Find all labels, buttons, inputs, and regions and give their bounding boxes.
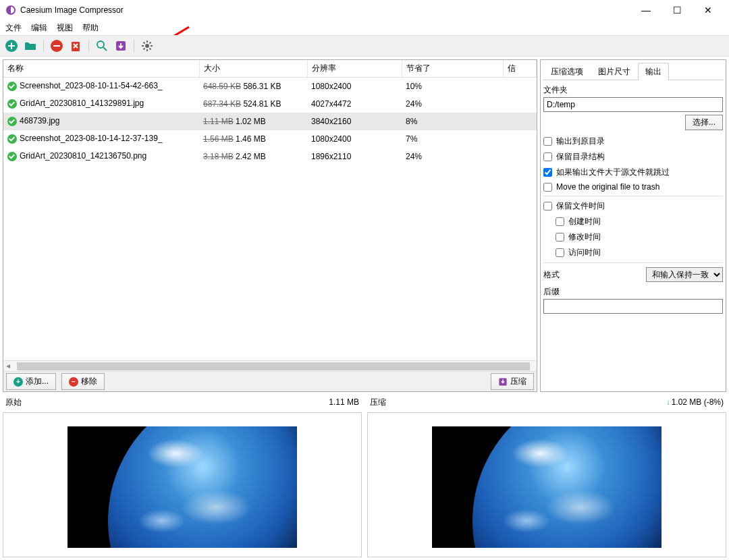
- menu-edit[interactable]: 编辑: [31, 22, 47, 34]
- checkbox-ctime[interactable]: 创建时间: [556, 216, 723, 227]
- add-button[interactable]: +添加...: [6, 373, 56, 390]
- folder-input[interactable]: [543, 97, 723, 112]
- format-label: 格式: [543, 269, 560, 281]
- menu-file[interactable]: 文件: [5, 22, 22, 34]
- toolbar-separator: [43, 40, 44, 52]
- table-row[interactable]: Screenshot_2023-08-10-11-54-42-663_648.5…: [3, 78, 537, 95]
- table-row[interactable]: GridArt_20230810_141329891.jpg687.34 KB …: [3, 95, 537, 113]
- app-icon: [5, 5, 16, 16]
- format-select[interactable]: 和输入保持一致: [646, 267, 723, 282]
- checkbox-skip-larger[interactable]: 如果输出文件大于源文件就跳过: [543, 167, 723, 178]
- checkbox-keep-structure[interactable]: 保留目录结构: [543, 151, 723, 163]
- toolbar: [0, 35, 729, 57]
- file-table[interactable]: 名称 大小 分辨率 节省了 信 Screenshot_2023-08-10-11…: [3, 60, 537, 165]
- checkbox-output-to-orig[interactable]: 输出到原目录: [543, 136, 723, 147]
- scrollbar-thumb[interactable]: [17, 362, 530, 370]
- preview-compressed-label: 压缩: [370, 397, 386, 408]
- remove-button[interactable]: −移除: [61, 373, 105, 390]
- search-icon[interactable]: [94, 38, 109, 53]
- minimize-button[interactable]: —: [630, 0, 662, 20]
- menu-view[interactable]: 视图: [57, 22, 73, 34]
- menu-bar: 文件 编辑 视图 帮助: [0, 20, 729, 35]
- col-size[interactable]: 大小: [199, 60, 307, 78]
- col-saved[interactable]: 节省了: [402, 60, 503, 78]
- check-icon: [7, 152, 17, 161]
- col-info[interactable]: 信: [503, 60, 537, 78]
- folder-label: 文件夹: [543, 84, 723, 96]
- compress-button[interactable]: 压缩: [491, 373, 534, 390]
- remove-icon[interactable]: [49, 38, 64, 53]
- add-file-icon[interactable]: [4, 38, 19, 53]
- tab-image-size[interactable]: 图片尺寸: [591, 63, 638, 80]
- svg-point-8: [145, 44, 149, 48]
- list-bottom-toolbar: +添加... −移除 压缩: [3, 371, 537, 391]
- tab-output[interactable]: 输出: [638, 63, 669, 80]
- toolbar-separator: [134, 40, 134, 52]
- check-icon: [7, 82, 17, 91]
- decrease-arrow-icon: ↓: [666, 397, 670, 407]
- compress-icon[interactable]: [113, 38, 128, 53]
- open-folder-icon[interactable]: [23, 38, 38, 53]
- preview-compressed-size: 1.02 MB (-8%): [672, 397, 724, 407]
- svg-point-6: [97, 41, 104, 48]
- menu-help[interactable]: 帮助: [82, 22, 99, 34]
- tab-compress-options[interactable]: 压缩选项: [543, 63, 591, 80]
- side-tabs: 压缩选项 图片尺寸 输出: [543, 63, 723, 80]
- table-row[interactable]: Screenshot_2023-08-10-14-12-37-139_1.56 …: [3, 130, 537, 148]
- check-icon: [7, 99, 17, 109]
- table-row[interactable]: GridArt_20230810_142136750.png3.18 MB 2.…: [3, 148, 537, 165]
- check-icon: [7, 117, 17, 126]
- maximize-button[interactable]: ☐: [662, 0, 693, 20]
- col-resolution[interactable]: 分辨率: [307, 60, 402, 78]
- clear-icon[interactable]: [68, 38, 83, 53]
- checkbox-atime[interactable]: 访问时间: [556, 247, 723, 258]
- preview-original-image: [3, 412, 362, 557]
- toolbar-separator: [88, 40, 89, 52]
- col-name[interactable]: 名称: [3, 60, 199, 78]
- table-row[interactable]: 468739.jpg1.11 MB 1.02 MB3840x21608%: [3, 113, 537, 130]
- side-panel: 压缩选项 图片尺寸 输出 文件夹 选择... 输出到原目录 保留目录结构 如果输…: [540, 59, 726, 392]
- window-title: Caesium Image Compressor: [20, 5, 630, 15]
- settings-icon[interactable]: [140, 38, 155, 53]
- choose-folder-button[interactable]: 选择...: [685, 115, 723, 130]
- preview-compressed-image: [367, 412, 726, 557]
- checkbox-move-to-trash[interactable]: Move the original file to trash: [543, 182, 723, 192]
- suffix-input[interactable]: [543, 299, 723, 314]
- checkbox-keep-times[interactable]: 保留文件时间: [543, 200, 723, 212]
- close-button[interactable]: ✕: [693, 0, 724, 20]
- preview-area: 原始 1.11 MB 压缩 ↓ 1.02 MB (-8%): [0, 395, 729, 560]
- preview-original-size: 1.11 MB: [329, 397, 359, 407]
- suffix-label: 后缀: [543, 286, 723, 298]
- preview-original-label: 原始: [5, 397, 22, 408]
- checkbox-mtime[interactable]: 修改时间: [556, 231, 723, 243]
- horizontal-scrollbar[interactable]: ◂: [3, 360, 537, 371]
- check-icon: [7, 134, 17, 144]
- window-titlebar: Caesium Image Compressor — ☐ ✕: [0, 0, 729, 20]
- file-list-pane: 名称 大小 分辨率 节省了 信 Screenshot_2023-08-10-11…: [3, 59, 537, 392]
